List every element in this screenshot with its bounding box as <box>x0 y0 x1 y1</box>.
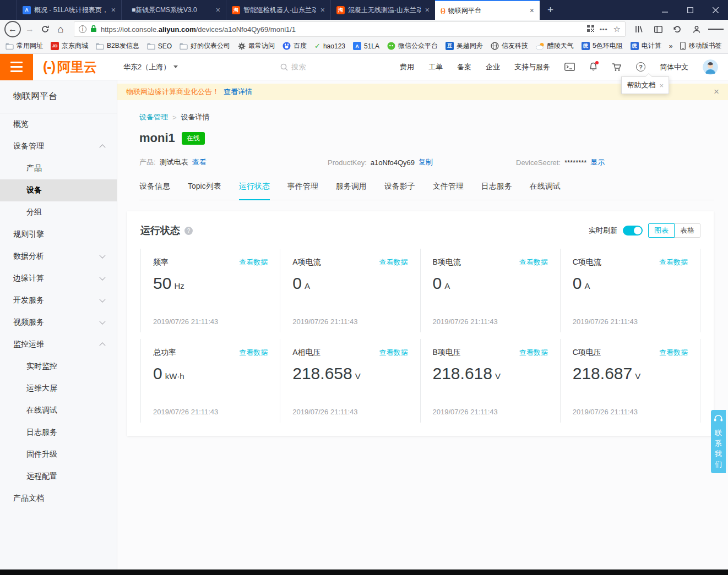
sidebar-item[interactable]: 概览 <box>0 113 117 135</box>
sidebar-item[interactable]: 在线调试 <box>0 399 117 421</box>
browser-tab[interactable]: ■新钱景CMS系统V3.0× <box>121 0 226 20</box>
page-info-icon[interactable]: i <box>79 25 86 33</box>
bookmark-item[interactable]: 醴陵天气 <box>536 41 574 51</box>
view-data-link[interactable]: 查看数据 <box>519 258 548 267</box>
sidebar-item[interactable]: 固件升级 <box>0 443 117 466</box>
device-tab[interactable]: 设备信息 <box>139 182 170 200</box>
bookmark-item[interactable]: 微信公众平台 <box>387 41 438 51</box>
bookmark-item[interactable]: 最常访问 <box>238 41 275 51</box>
account-icon[interactable] <box>689 21 704 37</box>
qr-code-icon[interactable] <box>587 25 594 34</box>
tab-close-icon[interactable]: × <box>529 6 535 15</box>
view-data-link[interactable]: 查看数据 <box>519 348 548 358</box>
console-nav-item[interactable]: 备案 <box>457 62 471 72</box>
region-selector[interactable]: 华东2（上海） <box>123 62 178 72</box>
console-nav-item[interactable]: 工单 <box>428 62 443 72</box>
product-view-link[interactable]: 查看 <box>192 157 207 167</box>
sidebar-item[interactable]: 边缘计算 <box>0 267 117 289</box>
sidebar-item[interactable]: 产品文档 <box>0 488 117 510</box>
aliyun-logo-icon[interactable]: (-) <box>43 59 55 75</box>
notifications-bell-icon[interactable] <box>589 62 597 72</box>
console-menu-icon[interactable] <box>0 54 33 80</box>
reload-button[interactable] <box>37 21 53 37</box>
device-tab[interactable]: Topic列表 <box>188 182 221 200</box>
bookmark-item[interactable]: 豆吴越同舟 <box>446 41 483 51</box>
header-search[interactable]: 搜索 <box>280 62 306 72</box>
sidebar-item[interactable]: 远程配置 <box>0 466 117 488</box>
sidebar-item[interactable]: 规则引擎 <box>0 223 117 245</box>
view-data-link[interactable]: 查看数据 <box>659 258 688 267</box>
window-minimize-button[interactable] <box>652 0 677 20</box>
bookmark-item[interactable]: 常用网址 <box>6 41 43 51</box>
sidebar-item[interactable]: 设备管理 <box>0 135 117 157</box>
device-tab[interactable]: 服务调用 <box>336 182 367 200</box>
device-tab[interactable]: 文件管理 <box>433 182 464 200</box>
bookmark-star-icon[interactable]: ☆ <box>613 24 621 34</box>
device-tab[interactable]: 事件管理 <box>287 182 318 200</box>
bookmark-item[interactable]: 统5色环电阻 <box>582 41 623 51</box>
sidebar-item[interactable]: 数据分析 <box>0 245 117 267</box>
tab-close-icon[interactable]: × <box>110 6 117 14</box>
url-bar[interactable]: i https://iot.console.aliyun.com/devices… <box>74 21 626 37</box>
bookmark-item[interactable]: 信友科技 <box>491 41 528 51</box>
sidebar-item[interactable]: 运维大屏 <box>0 377 117 399</box>
aliyun-logo-text[interactable]: 阿里云 <box>57 58 97 76</box>
bookmark-item[interactable]: 移动版书签 <box>680 41 721 51</box>
sidebar-item[interactable]: 日志服务 <box>0 421 117 443</box>
sidebar-item[interactable]: 视频服务 <box>0 311 117 333</box>
console-nav-item[interactable]: 支持与服务 <box>514 62 550 72</box>
notice-close-icon[interactable]: × <box>714 86 719 97</box>
sync-restore-icon[interactable] <box>670 21 685 37</box>
sidebar-item[interactable]: 开发服务 <box>0 289 117 311</box>
sidebar-item[interactable]: 设备 <box>0 179 117 201</box>
language-selector[interactable]: 简体中文 <box>660 62 688 72</box>
bookmark-item[interactable]: Λ51LA <box>353 42 379 50</box>
terminal-icon[interactable] <box>564 63 575 71</box>
browser-tab[interactable]: 淘智能巡检机器人-山东兰动智× <box>226 0 330 20</box>
bookmark-item[interactable]: 统电计算 <box>631 41 661 51</box>
table-view-button[interactable]: 表格 <box>674 223 700 238</box>
browser-tab[interactable]: (-)物联网平台× <box>435 0 540 20</box>
device-tab[interactable]: 在线调试 <box>530 182 561 200</box>
view-data-link[interactable]: 查看数据 <box>239 348 268 358</box>
sidebar-item[interactable]: 产品 <box>0 157 117 179</box>
help-question-icon[interactable]: ? <box>636 62 645 72</box>
realtime-refresh-toggle[interactable] <box>623 226 643 236</box>
bookmark-item[interactable]: SEO <box>147 42 172 50</box>
notice-detail-link[interactable]: 查看详情 <box>224 87 252 97</box>
browser-tab[interactable]: Λ概况 - 51LA统计报表页，站× <box>17 0 121 20</box>
cart-icon[interactable] <box>612 63 622 72</box>
sidebar-item[interactable]: 实时监控 <box>0 355 117 377</box>
window-maximize-button[interactable] <box>677 0 703 20</box>
help-icon[interactable]: ? <box>184 227 193 235</box>
avatar[interactable] <box>703 59 718 75</box>
device-tab[interactable]: 运行状态 <box>239 182 270 200</box>
console-nav-item[interactable]: 企业 <box>486 62 500 72</box>
devicesecret-show-link[interactable]: 显示 <box>590 157 605 167</box>
breadcrumb-device-management[interactable]: 设备管理 <box>139 112 168 122</box>
bookmark-item[interactable]: B2B发信息 <box>96 41 139 51</box>
window-close-button[interactable] <box>703 0 728 20</box>
device-tab[interactable]: 设备影子 <box>384 182 415 200</box>
bookmark-item[interactable]: 百度 <box>282 41 307 51</box>
tooltip-close-icon[interactable]: × <box>659 81 664 90</box>
sidebar-item[interactable]: 分组 <box>0 201 117 223</box>
view-data-link[interactable]: 查看数据 <box>239 258 268 267</box>
browser-tab[interactable]: 淘混凝土无线测温-山东兰动智× <box>330 0 435 20</box>
new-tab-button[interactable]: + <box>540 0 561 20</box>
sidebar-item[interactable]: 监控运维 <box>0 333 117 355</box>
tab-close-icon[interactable]: × <box>215 6 221 14</box>
library-icon[interactable] <box>631 21 646 37</box>
device-tab[interactable]: 日志服务 <box>481 182 512 200</box>
bookmark-item[interactable]: ✓hao123 <box>314 42 345 50</box>
forward-button[interactable]: → <box>22 21 37 37</box>
tab-close-icon[interactable]: × <box>319 6 326 14</box>
productkey-copy-link[interactable]: 复制 <box>419 157 433 167</box>
contact-us-tab[interactable]: 联系我们 <box>711 410 726 473</box>
chart-view-button[interactable]: 图表 <box>648 223 675 238</box>
view-data-link[interactable]: 查看数据 <box>379 348 408 358</box>
back-button[interactable]: ← <box>4 21 21 37</box>
home-button[interactable]: ⌂ <box>53 21 68 37</box>
bookmark-item[interactable]: 好的仪表公司 <box>180 41 230 51</box>
menu-icon[interactable] <box>708 21 724 37</box>
